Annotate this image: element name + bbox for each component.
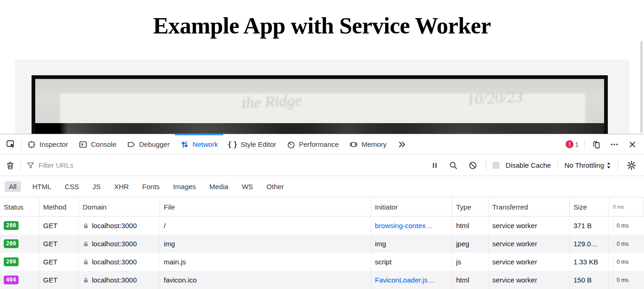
tab-label: Network xyxy=(193,140,218,148)
page-title: Example App with Service Worker xyxy=(0,12,644,39)
domain-text: localhost:3000 xyxy=(92,258,137,266)
type-cell: jpeg xyxy=(452,235,489,253)
timeline-tick xyxy=(613,276,613,284)
tab-memory[interactable]: Memory xyxy=(344,134,392,154)
domain-cell: localhost:3000 xyxy=(79,271,160,289)
initiator-cell: browsing-contex… xyxy=(371,217,452,235)
table-header-row: Status Method Domain File Initiator Type… xyxy=(0,197,644,217)
timeline-tick xyxy=(613,222,613,230)
performance-icon xyxy=(286,140,296,149)
table-row[interactable]: 200 GET localhost:3000 main.js script js… xyxy=(0,253,644,271)
filter-html[interactable]: HTML xyxy=(31,181,53,192)
divider xyxy=(557,160,558,171)
responsive-design-button[interactable] xyxy=(589,134,603,154)
column-header-type[interactable]: Type xyxy=(452,197,489,216)
tab-console[interactable]: Console xyxy=(73,134,122,154)
timeline-tick xyxy=(613,240,613,248)
file-cell: favicon.ico xyxy=(160,271,371,289)
tab-label: Performance xyxy=(299,140,339,148)
tab-performance[interactable]: Performance xyxy=(281,134,344,154)
divider xyxy=(20,160,21,171)
divider xyxy=(486,160,486,171)
table-row[interactable]: 404 GET localhost:3000 favicon.ico Favic… xyxy=(0,271,644,289)
gear-icon xyxy=(626,160,637,171)
page-scrollbar-thumb[interactable] xyxy=(640,41,643,133)
error-count-button[interactable]: ! 1 xyxy=(565,134,580,154)
timeline-value: 0 ms xyxy=(617,259,629,265)
domain-cell: localhost:3000 xyxy=(79,217,160,235)
filter-other[interactable]: Other xyxy=(264,181,286,192)
tab-debugger[interactable]: Debugger xyxy=(122,134,175,154)
network-toolbar-right: Disable Cache No Throttling xyxy=(429,160,644,171)
more-tabs-button[interactable] xyxy=(392,134,412,154)
initiator-link[interactable]: FaviconLoader.js… xyxy=(375,276,434,284)
file-cell: img xyxy=(160,235,371,253)
status-badge: 200 xyxy=(4,257,19,266)
tab-label: Memory xyxy=(361,140,386,148)
column-header-initiator[interactable]: Initiator xyxy=(371,197,452,216)
column-header-method[interactable]: Method xyxy=(39,197,79,216)
throttling-select[interactable]: No Throttling xyxy=(564,161,611,169)
timeline-cell: 0 ms xyxy=(609,217,644,235)
lock-icon xyxy=(83,277,89,283)
table-row[interactable]: 200 GET localhost:3000 / browsing-contex… xyxy=(0,217,644,235)
pause-traffic-button[interactable] xyxy=(429,162,440,169)
search-icon xyxy=(449,161,458,170)
tab-inspector[interactable]: Inspector xyxy=(22,134,73,154)
tab-style-editor[interactable]: { } Style Editor xyxy=(223,134,282,154)
search-button[interactable] xyxy=(447,161,460,170)
column-header-file[interactable]: File xyxy=(160,197,371,216)
debugger-icon xyxy=(127,140,136,149)
column-header-size[interactable]: Size xyxy=(570,197,609,216)
photo-handwriting-right: 10/20/23 xyxy=(466,88,523,108)
table-row[interactable]: 200 GET localhost:3000 img img jpeg serv… xyxy=(0,235,644,253)
filter-xhr[interactable]: XHR xyxy=(112,181,131,192)
size-cell: 371 B xyxy=(570,217,609,235)
network-settings-button[interactable] xyxy=(625,160,638,171)
transferred-cell: service worker xyxy=(489,253,570,271)
toolbar-right-cluster: ! 1 xyxy=(565,134,644,154)
status-badge: 200 xyxy=(4,239,19,248)
filter-fonts[interactable]: Fonts xyxy=(141,181,162,192)
method-cell: GET xyxy=(39,253,79,271)
devtools-panel: Inspector Console Debugger xyxy=(0,134,644,289)
filter-media[interactable]: Media xyxy=(207,181,230,192)
close-devtools-button[interactable] xyxy=(625,134,639,154)
pause-icon xyxy=(431,162,438,169)
filter-urls-input[interactable] xyxy=(39,161,429,169)
error-icon: ! xyxy=(566,140,573,148)
size-cell: 1.33 KB xyxy=(570,253,609,271)
filter-images[interactable]: Images xyxy=(171,181,198,192)
filter-js[interactable]: JS xyxy=(90,181,103,192)
tab-network[interactable]: Network xyxy=(175,134,223,154)
block-requests-button[interactable] xyxy=(466,161,479,170)
initiator-text: img xyxy=(375,240,386,248)
column-header-timeline[interactable]: 0 ms xyxy=(609,197,644,216)
method-cell: GET xyxy=(39,271,79,289)
disable-cache-checkbox[interactable] xyxy=(493,162,499,169)
pick-element-button[interactable] xyxy=(0,134,21,154)
timeline-cell: 0 ms xyxy=(609,271,644,289)
column-header-transferred[interactable]: Transferred xyxy=(489,197,570,216)
status-badge: 404 xyxy=(4,276,19,284)
column-header-status[interactable]: Status xyxy=(0,197,39,216)
timeline-scale-label: 0 ms xyxy=(613,204,624,210)
memory-icon xyxy=(349,140,358,149)
style-editor-icon: { } xyxy=(228,140,238,149)
size-cell: 150 B xyxy=(570,271,609,289)
filter-all[interactable]: All xyxy=(5,181,21,192)
column-header-domain[interactable]: Domain xyxy=(79,197,160,216)
responsive-design-icon xyxy=(591,139,601,150)
domain-cell: localhost:3000 xyxy=(79,253,160,271)
timeline-value: 0 ms xyxy=(617,277,629,283)
filter-ws[interactable]: WS xyxy=(240,181,255,192)
file-cell: / xyxy=(160,217,371,235)
clear-requests-button[interactable] xyxy=(0,155,20,176)
domain-text: localhost:3000 xyxy=(92,240,137,248)
meatball-menu-button[interactable] xyxy=(608,134,621,154)
initiator-link[interactable]: browsing-contex… xyxy=(375,222,432,230)
initiator-cell: script xyxy=(371,253,452,271)
timeline-cell: 0 ms xyxy=(609,235,644,253)
tab-label: Inspector xyxy=(39,140,68,148)
filter-css[interactable]: CSS xyxy=(63,181,81,192)
